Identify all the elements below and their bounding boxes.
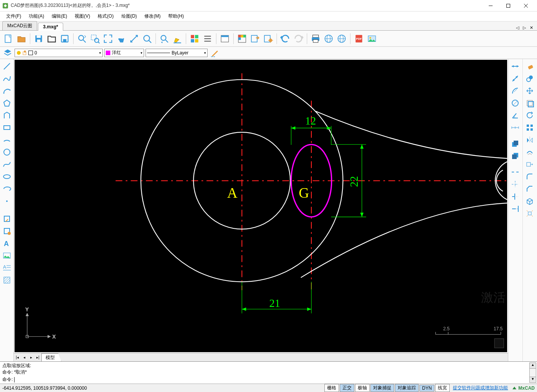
linetype-combo[interactable]: ByLayer ▾ [146, 49, 208, 57]
spline-button[interactable] [1, 159, 13, 170]
move-button[interactable] [524, 85, 535, 97]
rectangle-button[interactable] [1, 122, 13, 133]
zoom-window-button[interactable] [89, 33, 101, 45]
polygon-button[interactable] [1, 97, 13, 109]
block-create-button[interactable] [1, 225, 13, 237]
mirror-button[interactable] [524, 134, 535, 146]
draw-settings-icon[interactable] [209, 47, 221, 59]
arc3p-button[interactable] [1, 134, 13, 146]
palette-button[interactable] [236, 33, 248, 45]
print-button[interactable] [309, 33, 322, 45]
ortho-toggle[interactable]: 正交 [340, 384, 354, 392]
tab-prev-icon[interactable]: ◁ [514, 25, 521, 30]
color-grid-button[interactable] [188, 33, 201, 45]
minimize-button[interactable] [482, 0, 499, 11]
command-input[interactable] [14, 377, 535, 382]
menu-function[interactable]: 功能(A) [25, 11, 48, 21]
close-button[interactable] [517, 0, 535, 11]
ellipse-button[interactable] [1, 171, 13, 182]
window-button[interactable] [219, 33, 231, 45]
undo-button[interactable] [279, 33, 291, 45]
save-as-button[interactable] [59, 33, 71, 45]
centerline-button[interactable] [509, 179, 521, 190]
dyn-toggle[interactable]: DYN [419, 385, 434, 392]
otrack-toggle[interactable]: 对象追踪 [395, 384, 419, 392]
chamfer-button[interactable] [524, 183, 535, 195]
trim-button[interactable] [509, 191, 521, 202]
menu-view[interactable]: 视图(V) [71, 11, 94, 21]
maximize-button[interactable] [499, 0, 517, 11]
layer-combo[interactable]: 0 ▾ [15, 49, 103, 57]
stretch-button[interactable] [524, 159, 535, 170]
dim-aligned-button[interactable] [509, 73, 521, 84]
layer-manager-icon[interactable] [2, 48, 13, 58]
save-button[interactable] [33, 33, 45, 45]
circle-button[interactable] [1, 146, 13, 158]
export-button[interactable] [249, 33, 261, 45]
scroll-down-icon[interactable]: ▼ [529, 377, 536, 383]
point-button[interactable] [1, 195, 13, 207]
tab-next-icon[interactable]: ▷ [521, 25, 527, 30]
highlight-button[interactable] [171, 33, 183, 45]
find-button[interactable] [158, 33, 170, 45]
list-button[interactable] [201, 33, 214, 45]
osnap-toggle[interactable]: 对象捕捉 [370, 384, 394, 392]
nav-cube[interactable] [494, 339, 504, 348]
scroll-up-icon[interactable]: ▲ [529, 362, 536, 369]
extend-button[interactable] [509, 203, 521, 215]
line-button[interactable] [1, 61, 13, 72]
grid-toggle[interactable]: 栅格 [324, 384, 339, 392]
scale-button[interactable] [524, 146, 535, 158]
dim-diameter-button[interactable] [509, 97, 521, 109]
region-button[interactable] [1, 110, 13, 121]
color-combo[interactable]: 洋红 ▾ [104, 49, 144, 57]
settings-button[interactable] [262, 33, 274, 45]
command-scrollbar[interactable]: ▲ ▼ [529, 362, 536, 383]
lwt-toggle[interactable]: 线宽 [435, 384, 450, 392]
layout-last-icon[interactable]: ▸| [34, 355, 41, 359]
layout-prev-icon[interactable]: ◂ [21, 355, 28, 359]
dim-linear-button[interactable] [509, 61, 521, 72]
pan-button[interactable] [115, 33, 127, 45]
copy-back-button[interactable] [509, 150, 521, 162]
image-button[interactable] [366, 33, 378, 45]
dim-continue-button[interactable] [509, 122, 521, 133]
open-folder-button[interactable] [46, 33, 58, 45]
copy-front-button[interactable] [509, 138, 521, 149]
pdf-button[interactable]: PDF [353, 33, 365, 45]
zoom-realtime-button[interactable] [76, 33, 88, 45]
menu-format[interactable]: 格式(O) [94, 11, 117, 21]
menu-file[interactable]: 文件(F) [2, 11, 25, 21]
polar-toggle[interactable]: 极轴 [355, 384, 370, 392]
mtext-button[interactable]: A [1, 262, 13, 274]
arc-button[interactable] [1, 85, 13, 97]
array-button[interactable] [524, 122, 535, 133]
web1-button[interactable] [323, 33, 335, 45]
web2-button[interactable] [336, 33, 348, 45]
explode-button[interactable] [524, 208, 535, 219]
image-insert-button[interactable] [1, 250, 13, 261]
measure-button[interactable] [128, 33, 140, 45]
menu-help[interactable]: 帮助(H) [164, 11, 188, 21]
layout-first-icon[interactable]: |◂ [14, 355, 21, 359]
ellipse-arc-button[interactable] [1, 183, 13, 195]
redo-button[interactable] [292, 33, 305, 45]
feedback-link[interactable]: 提交软件问题或增加新功能 [453, 385, 508, 391]
block-insert-button[interactable] [1, 213, 13, 225]
dim-angular-button[interactable] [509, 110, 521, 121]
rotate-button[interactable] [524, 110, 535, 121]
layout-next-icon[interactable]: ▸ [28, 355, 34, 359]
break-button[interactable] [509, 166, 521, 178]
erase-button[interactable] [524, 61, 535, 72]
model-tab[interactable]: 模型 [41, 353, 61, 362]
open-button[interactable] [15, 33, 28, 45]
zoom-extents-button[interactable] [102, 33, 114, 45]
drawing-canvas[interactable]: A G 21 12 [15, 60, 507, 352]
menu-edit[interactable]: 编辑(E) [48, 11, 71, 21]
copy-button[interactable] [524, 73, 535, 84]
hatch-button[interactable] [1, 274, 13, 286]
zoom-button[interactable] [141, 33, 153, 45]
text-button[interactable]: A [1, 238, 13, 249]
polyline-button[interactable] [1, 73, 13, 84]
offset-button[interactable] [524, 97, 535, 109]
